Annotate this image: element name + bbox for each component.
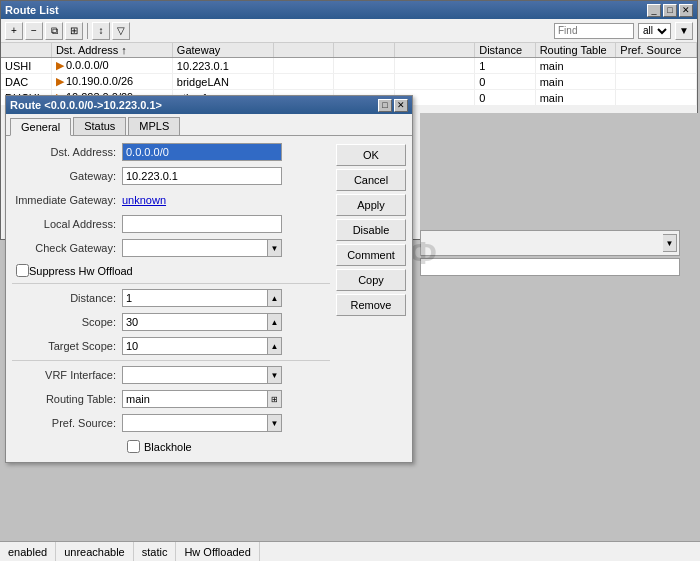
dst-address-label: Dst. Address: xyxy=(12,146,122,158)
remove-button[interactable]: Remove xyxy=(336,294,406,316)
cell-gateway: 10.223.0.1 xyxy=(172,58,273,74)
gray-inner-box2 xyxy=(420,258,680,276)
remove-button[interactable]: − xyxy=(25,22,43,40)
dialog-content: Dst. Address: Gateway: Immediate Gateway… xyxy=(6,136,412,462)
blackhole-checkbox[interactable] xyxy=(127,440,140,453)
routing-table-field: ⊞ xyxy=(122,390,282,408)
col-pref-source[interactable]: Pref. Source xyxy=(616,43,697,58)
distance-field: ▲ xyxy=(122,289,282,307)
routing-table-row: Routing Table: ⊞ xyxy=(12,389,330,409)
toolbar: + − ⧉ ⊞ ↕ ▽ all ▼ xyxy=(1,19,697,43)
copy-button[interactable]: Copy xyxy=(336,269,406,291)
table-row[interactable]: USHI ▶0.0.0.0/0 10.223.0.1 1 main xyxy=(1,58,697,74)
target-scope-spinner[interactable]: ▲ xyxy=(268,337,282,355)
col-name[interactable] xyxy=(1,43,51,58)
target-scope-row: Target Scope: ▲ xyxy=(12,336,330,356)
immediate-gateway-label: Immediate Gateway: xyxy=(12,194,122,206)
apply-button[interactable]: Apply xyxy=(336,194,406,216)
dialog-tabs: General Status MPLS xyxy=(6,114,412,136)
paste-button[interactable]: ⊞ xyxy=(65,22,83,40)
pref-source-input[interactable] xyxy=(122,414,268,432)
route-list-titlebar: Route List _ □ ✕ xyxy=(1,1,697,19)
add-button[interactable]: + xyxy=(5,22,23,40)
gray-dropdown-btn[interactable]: ▼ xyxy=(663,234,677,252)
distance-label: Distance: xyxy=(12,292,122,304)
status-enabled: enabled xyxy=(0,542,56,561)
vrf-interface-label: VRF Interface: xyxy=(12,369,122,381)
cell-routing-table: main xyxy=(535,90,616,106)
dialog-title: Route <0.0.0.0/0->10.223.0.1> xyxy=(10,99,162,111)
scope-spinner[interactable]: ▲ xyxy=(268,313,282,331)
col-distance[interactable]: Distance xyxy=(475,43,535,58)
routing-table-dropdown[interactable]: ⊞ xyxy=(268,390,282,408)
route-dialog: Route <0.0.0.0/0->10.223.0.1> □ ✕ Genera… xyxy=(5,95,413,463)
check-gateway-input[interactable] xyxy=(122,239,268,257)
comment-button[interactable]: Comment xyxy=(336,244,406,266)
routing-table-input[interactable] xyxy=(122,390,268,408)
find-select[interactable]: all xyxy=(638,23,671,39)
scope-row: Scope: ▲ xyxy=(12,312,330,332)
check-gateway-label: Check Gateway: xyxy=(12,242,122,254)
maximize-button[interactable]: □ xyxy=(663,4,677,17)
cell-gateway: bridgeLAN xyxy=(172,74,273,90)
gray-inner-box: ▼ xyxy=(420,230,680,256)
tab-general[interactable]: General xyxy=(10,118,71,136)
local-address-label: Local Address: xyxy=(12,218,122,230)
vrf-interface-input[interactable] xyxy=(122,366,268,384)
col-routing-table[interactable]: Routing Table xyxy=(535,43,616,58)
find-dropdown-btn[interactable]: ▼ xyxy=(675,22,693,40)
toolbar-right: all ▼ xyxy=(554,22,693,40)
cell-distance: 0 xyxy=(475,74,535,90)
filter-button[interactable]: ▽ xyxy=(112,22,130,40)
immediate-gateway-value[interactable]: unknown xyxy=(122,194,166,206)
dialog-minimize-button[interactable]: □ xyxy=(378,99,392,112)
vrf-interface-row: VRF Interface: ▼ xyxy=(12,365,330,385)
cell-e1 xyxy=(273,74,333,90)
tab-status[interactable]: Status xyxy=(73,117,126,135)
tab-mpls[interactable]: MPLS xyxy=(128,117,180,135)
immediate-gateway-row: Immediate Gateway: unknown xyxy=(12,190,330,210)
target-scope-input[interactable] xyxy=(122,337,268,355)
col-dst[interactable]: Dst. Address ↑ xyxy=(51,43,172,58)
pref-source-label: Pref. Source: xyxy=(12,417,122,429)
scope-input[interactable] xyxy=(122,313,268,331)
status-unreachable: unreachable xyxy=(56,542,134,561)
dst-address-input[interactable] xyxy=(122,143,282,161)
cell-routing-table: main xyxy=(535,58,616,74)
table-row[interactable]: DAC ▶10.190.0.0/26 bridgeLAN 0 main xyxy=(1,74,697,90)
status-bar: enabled unreachable static Hw Offloaded xyxy=(0,541,700,561)
cell-e1 xyxy=(273,58,333,74)
find-input[interactable] xyxy=(554,23,634,39)
distance-spinner[interactable]: ▲ xyxy=(268,289,282,307)
pref-source-dropdown[interactable]: ▼ xyxy=(268,414,282,432)
cell-e3 xyxy=(394,74,475,90)
suppress-hw-offload-row: Suppress Hw Offload xyxy=(12,262,330,279)
minimize-button[interactable]: _ xyxy=(647,4,661,17)
col-empty1 xyxy=(273,43,333,58)
sort-button[interactable]: ↕ xyxy=(92,22,110,40)
window-controls: _ □ ✕ xyxy=(647,4,693,17)
check-gateway-dropdown[interactable]: ▼ xyxy=(268,239,282,257)
cell-distance: 0 xyxy=(475,90,535,106)
cell-name: USHI xyxy=(1,58,51,74)
disable-button[interactable]: Disable xyxy=(336,219,406,241)
dialog-form: Dst. Address: Gateway: Immediate Gateway… xyxy=(12,142,330,456)
col-gateway[interactable]: Gateway xyxy=(172,43,273,58)
blackhole-row: Blackhole xyxy=(12,437,330,456)
dialog-close-button[interactable]: ✕ xyxy=(394,99,408,112)
local-address-input[interactable] xyxy=(122,215,282,233)
close-button[interactable]: ✕ xyxy=(679,4,693,17)
ok-button[interactable]: OK xyxy=(336,144,406,166)
distance-input[interactable] xyxy=(122,289,268,307)
cancel-button[interactable]: Cancel xyxy=(336,169,406,191)
copy-button[interactable]: ⧉ xyxy=(45,22,63,40)
cell-e3 xyxy=(394,58,475,74)
cell-routing-table: main xyxy=(535,74,616,90)
gateway-input[interactable] xyxy=(122,167,282,185)
check-gateway-field: ▼ xyxy=(122,239,282,257)
cell-e2 xyxy=(334,74,394,90)
pref-source-row: Pref. Source: ▼ xyxy=(12,413,330,433)
vrf-interface-dropdown[interactable]: ▼ xyxy=(268,366,282,384)
suppress-hw-offload-checkbox[interactable] xyxy=(16,264,29,277)
cell-distance: 1 xyxy=(475,58,535,74)
